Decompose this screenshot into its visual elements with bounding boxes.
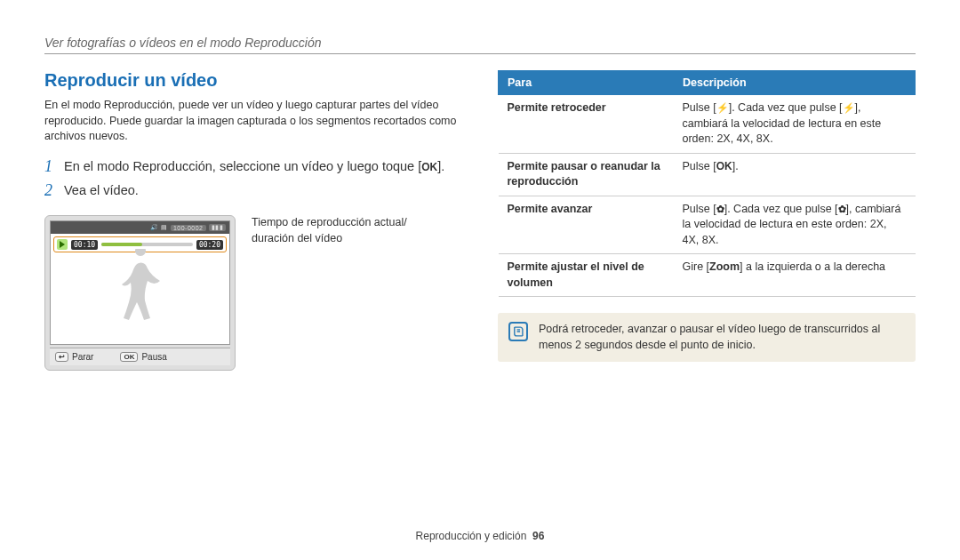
row-label: Permite pausar o reanudar la reproducció…	[499, 153, 674, 196]
zoom-label: Zoom	[709, 260, 740, 273]
memory-icon: ▤	[161, 224, 168, 231]
row-desc: Gire [Zoom] a la izquierda o a la derech…	[673, 254, 915, 297]
note-box: Podrá retroceder, avanzar o pausar el ví…	[498, 313, 916, 362]
note-text: Podrá retroceder, avanzar o pausar el ví…	[539, 322, 905, 353]
timebar-callout: Tiempo de reproducción actual/ duración …	[252, 215, 412, 246]
play-icon	[57, 239, 68, 250]
page-number: 96	[532, 530, 544, 542]
row-label: Permite retroceder	[499, 95, 674, 154]
time-current: 00:10	[71, 240, 98, 250]
left-column: Reproducir un vídeo En el modo Reproducc…	[44, 70, 462, 371]
camera-illustration: 🔊 ▤ 100-0002 ▮▮▮ 00:10 00:20	[44, 215, 236, 371]
battery-icon: ▮▮▮	[209, 224, 227, 231]
macro-icon: ✿	[716, 203, 724, 216]
video-silhouette	[109, 249, 172, 329]
table-row: Permite pausar o reanudar la reproducció…	[499, 153, 916, 196]
flash-icon: ⚡	[843, 101, 855, 115]
ok-icon: OK	[421, 159, 437, 175]
step-1: 1 En el modo Reproducción, seleccione un…	[44, 157, 462, 177]
pause-label: Pausa	[141, 352, 166, 362]
step-2: 2 Vea el vídeo.	[44, 181, 462, 201]
ok-key-icon: OK	[120, 352, 138, 362]
file-counter: 100-0002	[171, 225, 206, 231]
row-label: Permite avanzar	[499, 196, 674, 254]
breadcrumb: Ver fotografías o vídeos en el modo Repr…	[44, 36, 916, 50]
speaker-icon: 🔊	[150, 224, 159, 231]
step-text: En el modo Reproducción, seleccione un v…	[64, 157, 444, 177]
section-title: Reproducir un vídeo	[44, 70, 462, 91]
camera-bottombar: ↩ Parar OK Pausa	[50, 348, 230, 365]
row-desc: Pulse [⚡]. Cada vez que pulse [⚡], cambi…	[673, 95, 915, 154]
page-footer: Reproducción y edición 96	[0, 530, 960, 542]
stop-label: Parar	[72, 352, 93, 362]
footer-section: Reproducción y edición	[416, 530, 527, 542]
header-divider	[44, 53, 916, 54]
time-total: 00:20	[196, 240, 223, 250]
flash-icon: ⚡	[716, 101, 729, 115]
step-text: Vea el vídeo.	[64, 181, 139, 201]
table-row: Permite avanzar Pulse [✿]. Cada vez que …	[499, 196, 916, 254]
table-header-para: Para	[499, 71, 674, 95]
camera-topbar: 🔊 ▤ 100-0002 ▮▮▮	[51, 221, 229, 234]
row-desc: Pulse [✿]. Cada vez que pulse [✿], cambi…	[673, 196, 915, 254]
section-intro: En el modo Reproducción, puede ver un ví…	[44, 98, 462, 145]
macro-icon: ✿	[838, 203, 846, 216]
right-column: Para Descripción Permite retroceder Puls…	[498, 70, 916, 371]
step-number: 2	[44, 181, 55, 201]
table-header-desc: Descripción	[673, 71, 915, 95]
back-key-icon: ↩	[55, 352, 68, 362]
ok-icon: OK	[716, 159, 732, 174]
progress-bar	[101, 243, 193, 246]
note-icon	[508, 322, 528, 341]
table-row: Permite retroceder Pulse [⚡]. Cada vez q…	[499, 95, 916, 154]
row-label: Permite ajustar el nivel de volumen	[499, 254, 674, 297]
row-desc: Pulse [OK].	[673, 153, 915, 196]
step-number: 1	[44, 157, 55, 177]
table-row: Permite ajustar el nivel de volumen Gire…	[499, 254, 916, 297]
controls-table: Para Descripción Permite retroceder Puls…	[498, 70, 916, 297]
